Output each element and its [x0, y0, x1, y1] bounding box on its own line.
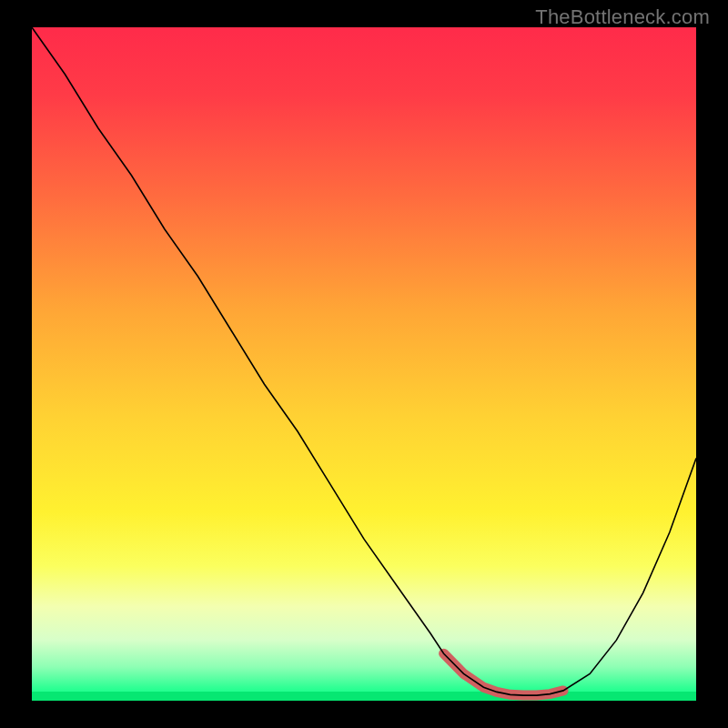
highlight-segment	[444, 653, 563, 695]
watermark-text: TheBottleneck.com	[535, 5, 710, 29]
curve-svg	[32, 27, 696, 701]
main-curve	[32, 27, 696, 695]
plot-area	[32, 27, 696, 701]
chart-frame: TheBottleneck.com	[0, 0, 728, 728]
